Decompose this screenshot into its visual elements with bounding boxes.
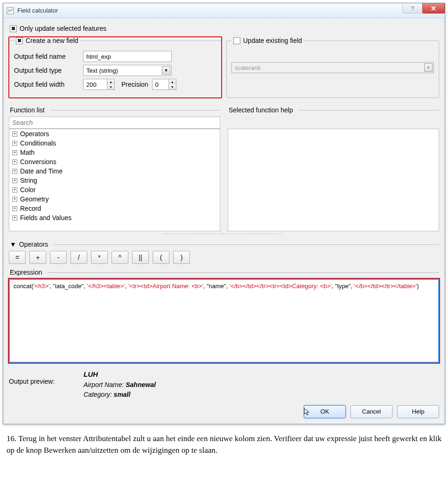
- create-field-checkbox[interactable]: [16, 37, 23, 44]
- output-type-value: Text (string): [86, 67, 118, 74]
- create-field-title: Create a new field: [26, 37, 78, 44]
- help-titlebar-button[interactable]: ?: [402, 3, 423, 14]
- expression-textarea[interactable]: concat('<h3>', "iata_code", '</h3><table…: [9, 279, 439, 363]
- dialog-button-row: OK Cancel Help: [9, 405, 439, 418]
- expression-title: Expression: [10, 269, 42, 276]
- operator-button[interactable]: ): [173, 251, 190, 264]
- tree-item-label: Record: [20, 205, 41, 212]
- operator-button[interactable]: (: [153, 251, 169, 264]
- tree-item-label: Color: [20, 186, 35, 194]
- help-button[interactable]: Help: [397, 405, 439, 418]
- step-number: 16.: [7, 434, 16, 443]
- tree-item[interactable]: Color: [9, 185, 220, 194]
- expand-icon[interactable]: [12, 169, 17, 174]
- tree-item[interactable]: String: [9, 176, 220, 185]
- svg-text:?: ?: [411, 6, 414, 11]
- precision-spin-buttons[interactable]: ▲▼: [169, 79, 176, 90]
- dialog-body: Only update selected features Create a n…: [3, 18, 445, 424]
- output-type-select[interactable]: Text (string) ▼: [83, 65, 172, 76]
- ok-button[interactable]: OK: [304, 405, 346, 418]
- tree-item[interactable]: Math: [9, 148, 220, 157]
- expand-icon[interactable]: [12, 141, 17, 146]
- expand-icon[interactable]: [12, 150, 17, 155]
- tree-item-label: Operators: [20, 130, 49, 138]
- titlebar: Field calculator ?: [3, 3, 445, 18]
- expand-icon[interactable]: [12, 159, 17, 165]
- splitter-grip[interactable]: [163, 232, 285, 236]
- output-preview-label: Output preview:: [9, 369, 74, 385]
- window-title: Field calculator: [17, 7, 403, 14]
- preview-line2-label: Category:: [84, 391, 114, 398]
- width-spin-buttons[interactable]: ▲▼: [107, 79, 115, 90]
- operator-button[interactable]: -: [50, 251, 67, 264]
- precision-label: Precision: [121, 81, 148, 88]
- function-search-input[interactable]: [9, 117, 220, 129]
- preview-heading: LUH: [84, 369, 156, 380]
- chevron-down-icon: ▼: [424, 63, 433, 72]
- output-width-label: Output field width: [14, 81, 79, 88]
- tree-item[interactable]: Conditionals: [9, 138, 220, 148]
- tree-item[interactable]: Record: [9, 204, 220, 213]
- preview-line2-value: small: [114, 391, 131, 398]
- cancel-button[interactable]: Cancel: [350, 405, 392, 418]
- precision-spin[interactable]: [152, 79, 169, 90]
- output-preview-row: Output preview: LUH Airport Name: Sahnew…: [9, 369, 439, 400]
- output-name-label: Output field name: [14, 53, 79, 60]
- close-button[interactable]: [422, 3, 445, 14]
- field-calculator-window: Field calculator ? Only update selected …: [3, 3, 445, 424]
- tree-item-label: Conversions: [20, 158, 56, 166]
- update-field-select: scalerank ▼: [231, 62, 434, 73]
- function-list-panel: Function list OperatorsConditionalsMathC…: [9, 102, 220, 231]
- tree-item-label: Geometry: [20, 195, 49, 203]
- function-tree[interactable]: OperatorsConditionalsMathConversionsDate…: [9, 129, 220, 231]
- preview-line1-value: Sahnewal: [126, 381, 156, 388]
- instruction-paragraph: 16. Terug in het venster Attributentabel…: [7, 433, 441, 456]
- function-help-title: Selected function help: [229, 106, 293, 114]
- expand-icon[interactable]: [12, 131, 17, 137]
- app-icon: [6, 7, 14, 15]
- output-width-spin[interactable]: [83, 79, 107, 90]
- update-field-title: Update existing field: [243, 37, 302, 44]
- step-text: Terug in het venster Attributentabel zul…: [7, 434, 441, 455]
- collapse-triangle-icon[interactable]: ▼: [10, 241, 16, 248]
- output-preview-body: LUH Airport Name: Sahnewal Category: sma…: [84, 369, 156, 400]
- expand-icon[interactable]: [12, 206, 17, 211]
- operator-button[interactable]: /: [70, 251, 87, 264]
- preview-line1-label: Airport Name:: [84, 381, 126, 388]
- tree-item-label: Date and Time: [20, 167, 63, 175]
- output-type-label: Output field type: [14, 67, 79, 74]
- tree-item-label: String: [20, 177, 37, 184]
- only-update-row: Only update selected features: [10, 25, 439, 32]
- function-help-panel: Selected function help: [228, 102, 439, 231]
- expand-icon[interactable]: [12, 187, 17, 193]
- tree-item[interactable]: Date and Time: [9, 166, 220, 176]
- cursor-icon: [303, 408, 312, 416]
- chevron-down-icon: ▼: [162, 66, 170, 75]
- svg-point-1: [8, 8, 10, 10]
- expand-icon[interactable]: [12, 197, 17, 202]
- operator-button[interactable]: *: [91, 251, 108, 264]
- tree-item[interactable]: Conversions: [9, 157, 220, 166]
- expand-icon[interactable]: [12, 178, 17, 183]
- update-field-group: Update existing field scalerank ▼: [226, 37, 439, 98]
- operator-buttons-row: =+-/*^||(): [9, 251, 439, 264]
- function-list-title: Function list: [10, 106, 45, 114]
- tree-item-label: Fields and Values: [20, 214, 71, 221]
- operator-button[interactable]: ^: [112, 251, 128, 264]
- tree-item[interactable]: Operators: [9, 129, 220, 138]
- tree-item[interactable]: Geometry: [9, 194, 220, 204]
- output-name-input[interactable]: [83, 51, 172, 62]
- tree-item-label: Conditionals: [20, 139, 56, 147]
- function-help-box: [228, 129, 439, 231]
- create-field-group: Create a new field Output field name Out…: [9, 37, 222, 98]
- update-field-value: scalerank: [235, 64, 261, 71]
- tree-item[interactable]: Fields and Values: [9, 213, 220, 222]
- only-update-label: Only update selected features: [20, 25, 106, 32]
- window-controls: ?: [403, 3, 445, 18]
- only-update-checkbox[interactable]: [10, 25, 17, 32]
- operator-button[interactable]: +: [29, 251, 46, 264]
- update-field-checkbox[interactable]: [233, 37, 240, 44]
- expand-icon[interactable]: [12, 215, 17, 221]
- operator-button[interactable]: ||: [132, 251, 149, 264]
- operator-button[interactable]: =: [9, 251, 26, 264]
